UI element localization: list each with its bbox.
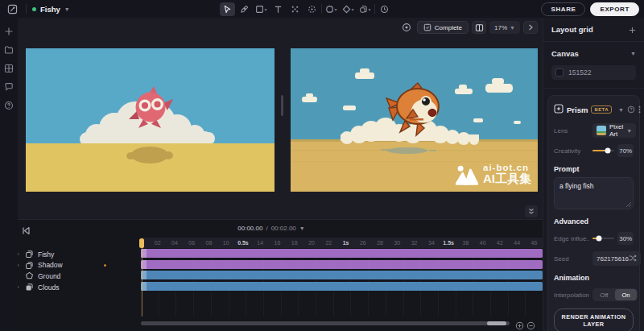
share-button[interactable]: SHARE bbox=[541, 2, 585, 16]
timeline-clip-bar[interactable] bbox=[141, 271, 543, 279]
ruler-tick: 40 bbox=[474, 240, 491, 246]
export-button[interactable]: EXPORT bbox=[590, 2, 639, 16]
timeline-clip-bar[interactable] bbox=[141, 282, 543, 291]
complete-button[interactable]: Complete bbox=[417, 21, 469, 34]
ruler-tick: 32 bbox=[406, 240, 423, 246]
artboard-divider-handle[interactable] bbox=[281, 95, 283, 116]
add-button[interactable] bbox=[4, 25, 14, 35]
shape-tool-button[interactable]: ▾ bbox=[324, 2, 339, 16]
canvas-section-label: Canvas bbox=[551, 49, 579, 58]
prompt-input[interactable]: a flying fish bbox=[554, 177, 634, 209]
time-display[interactable]: 00:00.00 / 00:02.00 ▼ bbox=[237, 225, 304, 232]
ruler-tick: 44 bbox=[509, 240, 526, 246]
keyframe-indicator[interactable] bbox=[104, 264, 106, 267]
dither-tool-button[interactable] bbox=[287, 2, 303, 16]
edge-influence-slider[interactable] bbox=[592, 238, 614, 239]
transform-tool-button[interactable] bbox=[304, 2, 320, 16]
lens-thumbnail bbox=[597, 126, 606, 135]
shuffle-seed-icon[interactable] bbox=[629, 254, 637, 263]
canvas-area: Complete 17% ▼ bbox=[18, 18, 543, 219]
project-menu[interactable]: Fishy ▼ bbox=[32, 5, 70, 14]
track-row[interactable]: ›Clouds bbox=[0, 282, 140, 293]
chevron-down-icon[interactable]: ▼ bbox=[618, 107, 624, 113]
track-name: Ground bbox=[38, 272, 60, 280]
timeline-zoom-out-button[interactable] bbox=[526, 319, 535, 331]
ruler-tick: 04 bbox=[166, 240, 183, 246]
timeline-zoom-in-button[interactable] bbox=[515, 319, 524, 331]
track-row[interactable]: Ground bbox=[0, 271, 140, 282]
track-row[interactable]: ›Shadow bbox=[0, 260, 140, 271]
assets-icon[interactable] bbox=[4, 62, 14, 72]
pen-tool-button[interactable] bbox=[237, 2, 252, 16]
divider bbox=[374, 4, 375, 14]
creativity-value[interactable]: 70% bbox=[617, 144, 634, 157]
collapse-panel-button[interactable] bbox=[525, 205, 538, 217]
skip-to-start-button[interactable] bbox=[22, 224, 31, 238]
prism-help-icon[interactable] bbox=[627, 102, 635, 117]
beta-badge: BETA bbox=[591, 106, 612, 114]
track-row[interactable]: ›Fishy bbox=[0, 249, 140, 260]
canvas-toolbar: Complete 17% ▼ bbox=[399, 21, 538, 34]
prism-menu-icon[interactable] bbox=[638, 102, 641, 117]
help-icon[interactable] bbox=[4, 99, 14, 109]
timeline-panel: 00:00.00 / 00:02.00 ▼ 02040608100.5s1416… bbox=[0, 219, 543, 331]
render-animation-layer-button[interactable]: RENDER ANIMATION LAYER bbox=[554, 308, 634, 331]
timeline-scrollbar[interactable] bbox=[141, 321, 510, 325]
select-tool-button[interactable] bbox=[220, 2, 235, 16]
track-name: Shadow bbox=[38, 261, 63, 269]
interpolation-label: Interpolation bbox=[554, 292, 589, 299]
app-logo-icon[interactable] bbox=[5, 2, 20, 16]
ruler-tick: 14 bbox=[252, 240, 269, 246]
ruler-tick: 28 bbox=[371, 240, 388, 246]
prism-section: Prism BETA ▼ Lens Pixel Art ▼ Creativity bbox=[547, 95, 640, 331]
fish-shadow bbox=[131, 147, 168, 163]
split-view-button[interactable] bbox=[472, 21, 486, 34]
ruler-tick: 1.5s bbox=[440, 240, 457, 246]
creativity-label: Creativity bbox=[554, 147, 589, 155]
canvas-color-hex: 151522 bbox=[568, 68, 591, 77]
divider bbox=[321, 4, 322, 14]
scrollbar-thumb[interactable] bbox=[487, 321, 506, 325]
edge-influence-slider-knob[interactable] bbox=[597, 236, 602, 242]
chevron-down-icon: ▼ bbox=[299, 225, 305, 231]
chevron-down-icon[interactable]: ▼ bbox=[630, 51, 636, 56]
snapshot-icon[interactable] bbox=[399, 21, 414, 34]
watermark: ai-bot.cn AI工具集 bbox=[456, 163, 531, 185]
track-name: Fishy bbox=[38, 250, 54, 259]
diamond-tool-button[interactable]: ▾ bbox=[341, 2, 356, 16]
ruler-tick: 34 bbox=[423, 240, 440, 246]
divider bbox=[26, 4, 27, 14]
ruler-tick: 46 bbox=[526, 240, 543, 246]
creativity-slider-knob[interactable] bbox=[605, 148, 611, 154]
ruler-tick: 06 bbox=[184, 240, 200, 246]
next-frame-button[interactable] bbox=[523, 21, 538, 34]
track-list: ›Fishy›ShadowGround›Clouds bbox=[0, 249, 140, 292]
interpolation-on-button[interactable]: On bbox=[615, 289, 637, 300]
timeline-ruler[interactable]: 02040608100.5s14161820221s26283032341.5s… bbox=[141, 238, 543, 248]
timeline-clip-bar[interactable] bbox=[141, 260, 543, 269]
ruler-tick: 08 bbox=[200, 240, 217, 246]
prism-icon bbox=[554, 102, 564, 117]
playhead[interactable] bbox=[139, 238, 144, 248]
canvas-color-field[interactable]: 151522 bbox=[551, 65, 636, 80]
rectangle-tool-button[interactable]: ▾ bbox=[254, 2, 269, 16]
zoom-level-dropdown[interactable]: 17% ▼ bbox=[489, 21, 520, 34]
pink-fish-character bbox=[126, 83, 175, 134]
boolean-shapes-tool-button[interactable]: ▾ bbox=[357, 2, 373, 16]
edge-influence-label: Edge Influe... bbox=[554, 235, 589, 242]
folder-icon[interactable] bbox=[4, 43, 14, 53]
creativity-slider[interactable] bbox=[592, 150, 614, 151]
edge-influence-value[interactable]: 30% bbox=[617, 232, 634, 245]
seed-input[interactable]: 762175616 bbox=[592, 251, 641, 266]
artboard-source[interactable] bbox=[26, 48, 275, 192]
timeline-clip-bar[interactable] bbox=[141, 249, 543, 258]
comments-icon[interactable] bbox=[4, 81, 14, 90]
tool-bar: ▾ ▾ ▾ ▾ bbox=[220, 2, 392, 16]
add-layout-grid-button[interactable] bbox=[629, 23, 636, 37]
text-tool-button[interactable] bbox=[270, 2, 286, 16]
ruler-tick: 30 bbox=[389, 240, 406, 246]
interpolation-off-button[interactable]: Off bbox=[593, 289, 615, 300]
lens-dropdown[interactable]: Pixel Art ▼ bbox=[592, 123, 636, 138]
history-tool-button[interactable] bbox=[377, 2, 392, 16]
artboard-render[interactable]: ai-bot.cn AI工具集 bbox=[291, 48, 538, 192]
